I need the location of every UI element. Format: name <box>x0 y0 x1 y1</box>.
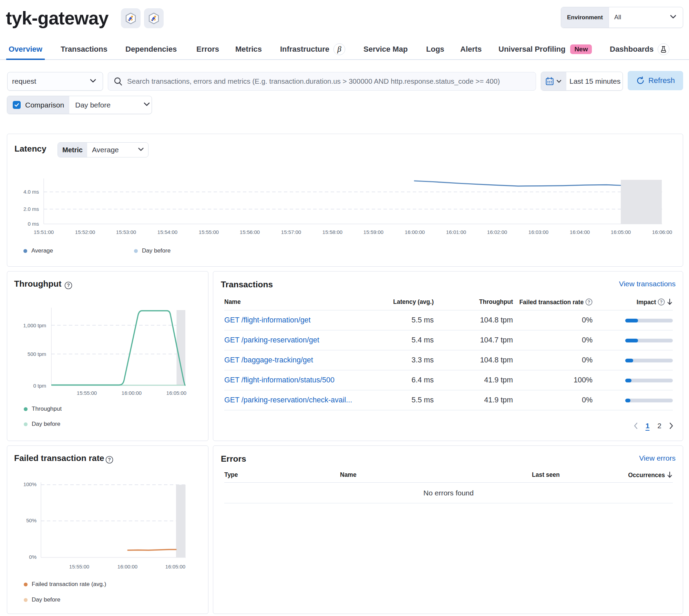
svg-text:?: ? <box>588 299 590 304</box>
svg-text:?: ? <box>660 299 663 304</box>
